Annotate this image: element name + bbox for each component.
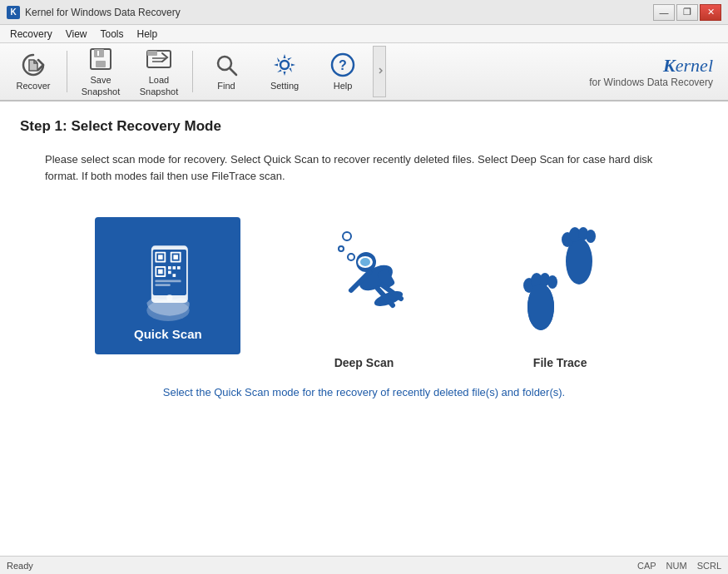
description-text: Please select scan mode for recovery. Se… (45, 151, 669, 184)
help-icon: ? (329, 52, 356, 78)
status-text: Ready (7, 561, 33, 571)
load-snapshot-label: Load Snapshot (135, 75, 183, 96)
svg-rect-32 (155, 284, 170, 286)
app-icon: K (7, 6, 20, 19)
svg-line-10 (230, 68, 236, 75)
quick-scan-icon-container: Quick Scan (95, 217, 240, 354)
svg-rect-27 (172, 266, 176, 270)
status-badges: CAP NUM SCRL (637, 561, 721, 571)
load-snapshot-icon (146, 46, 172, 72)
num-badge: NUM (666, 561, 687, 571)
find-icon (213, 52, 240, 78)
svg-point-56 (586, 230, 596, 243)
file-trace-card[interactable]: File Trace (485, 209, 635, 369)
recover-icon (20, 52, 47, 78)
load-snapshot-button[interactable]: Load Snapshot (131, 46, 187, 97)
save-snapshot-button[interactable]: Save Snapshot (72, 46, 129, 97)
svg-rect-28 (168, 271, 171, 275)
svg-rect-22 (173, 255, 178, 260)
window-title: Kernel for Windows Data Recovery (25, 7, 181, 18)
minimize-button[interactable]: — (653, 4, 675, 21)
menu-tools[interactable]: Tools (93, 27, 130, 42)
menu-bar: Recovery View Tools Help (0, 25, 728, 43)
status-bar: Ready CAP NUM SCRL (0, 556, 728, 574)
svg-rect-26 (168, 266, 171, 270)
quick-scan-card[interactable]: Quick Scan (93, 217, 243, 361)
file-trace-label: File Trace (533, 356, 587, 369)
svg-rect-29 (172, 274, 176, 277)
find-button[interactable]: Find (198, 46, 255, 97)
menu-help[interactable]: Help (131, 27, 165, 42)
toolbar-scroll[interactable] (373, 46, 386, 97)
svg-point-36 (348, 254, 354, 260)
svg-point-51 (527, 284, 554, 330)
brand-subtitle: for Windows Data Recovery (589, 77, 713, 88)
file-trace-icon-container (488, 209, 633, 346)
toolbar-sep-1 (67, 51, 67, 92)
svg-text:?: ? (339, 58, 347, 72)
help-label: Help (334, 81, 353, 92)
menu-recovery[interactable]: Recovery (3, 27, 59, 42)
svg-point-11 (280, 61, 289, 69)
svg-rect-25 (158, 270, 163, 275)
find-label: Find (217, 81, 235, 92)
toolbar: Recover Save Snapshot Load Snapshot (0, 43, 728, 101)
deep-scan-icon-container (291, 209, 437, 346)
help-button[interactable]: ? Help (314, 46, 371, 97)
step-title: Step 1: Select Recovery Mode (20, 118, 708, 135)
kernel-logo: Kernel for Windows Data Recovery (589, 55, 723, 88)
svg-rect-30 (177, 266, 181, 270)
scan-modes: Quick Scan (70, 209, 658, 369)
svg-rect-31 (155, 280, 181, 283)
title-bar: K Kernel for Windows Data Recovery — ❐ ✕ (0, 0, 728, 25)
setting-button[interactable]: Setting (256, 46, 313, 97)
cap-badge: CAP (637, 561, 656, 571)
close-button[interactable]: ✕ (700, 4, 721, 21)
recover-button[interactable]: Recover (5, 46, 62, 97)
svg-rect-4 (97, 51, 99, 56)
svg-point-35 (339, 246, 344, 251)
svg-rect-6 (147, 51, 157, 56)
svg-rect-19 (158, 255, 163, 260)
recover-label: Recover (17, 81, 51, 92)
svg-rect-3 (96, 61, 106, 67)
setting-icon (271, 52, 298, 78)
deep-scan-card[interactable]: Deep Scan (289, 209, 438, 369)
quick-scan-label: Quick Scan (134, 327, 202, 341)
restore-button[interactable]: ❐ (676, 4, 698, 21)
file-trace-svg (506, 215, 614, 340)
scrl-badge: SCRL (697, 561, 721, 571)
svg-point-50 (547, 275, 557, 289)
main-content: Step 1: Select Recovery Mode Please sele… (0, 101, 728, 556)
window-controls: — ❐ ✕ (653, 4, 721, 21)
brand-name: Kernel (663, 55, 713, 77)
setting-label: Setting (270, 81, 299, 92)
toolbar-sep-2 (192, 51, 193, 92)
quick-scan-svg (126, 230, 210, 322)
menu-view[interactable]: View (59, 27, 94, 42)
svg-point-40 (360, 258, 370, 266)
deep-scan-label: Deep Scan (334, 356, 394, 369)
hint-text: Select the Quick Scan mode for the recov… (20, 386, 708, 398)
save-snapshot-label: Save Snapshot (77, 75, 125, 96)
svg-point-34 (343, 232, 351, 240)
title-bar-left: K Kernel for Windows Data Recovery (7, 6, 181, 19)
save-snapshot-icon (87, 46, 114, 72)
deep-scan-svg (310, 215, 418, 340)
